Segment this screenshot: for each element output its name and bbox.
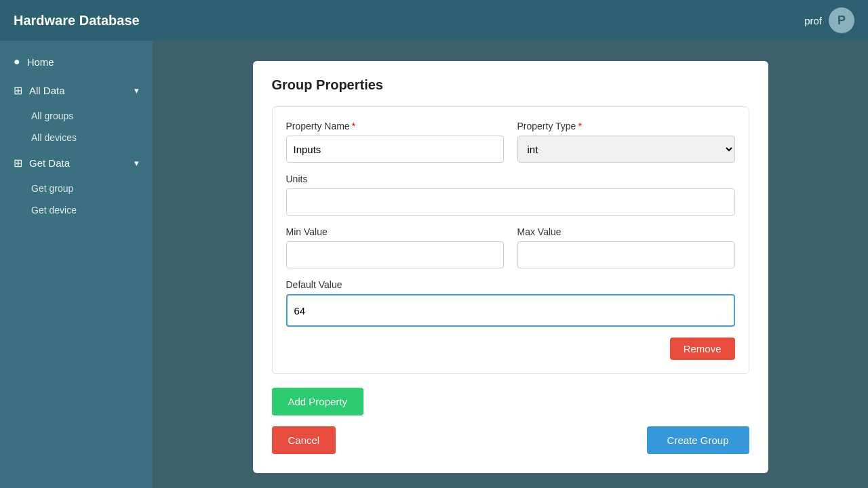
get-data-icon: ⊞	[14, 157, 22, 169]
sidebar: ● Home ⊞ All Data ▾ All groups All devic…	[0, 41, 153, 488]
min-value-input[interactable]	[286, 241, 504, 268]
units-label: Units	[286, 174, 735, 184]
max-value-input[interactable]	[517, 241, 735, 268]
get-group-label: Get group	[31, 183, 73, 194]
max-value-label: Max Value	[517, 226, 735, 237]
get-data-arrow: ▾	[134, 158, 139, 168]
remove-button[interactable]: Remove	[670, 338, 735, 360]
sidebar-item-home[interactable]: ● Home	[0, 47, 153, 76]
property-name-type-row: Property Name* Property Type* int float …	[286, 121, 735, 163]
modal-bottom-actions: Cancel Create Group	[272, 426, 749, 454]
default-value-label: Default Value	[286, 279, 735, 290]
sidebar-item-get-data[interactable]: ⊞ Get Data ▾	[0, 148, 153, 178]
username-label: prof	[804, 15, 822, 26]
avatar[interactable]: P	[829, 7, 854, 33]
app-title: Hardware Database	[14, 13, 140, 28]
header: Hardware Database prof P	[0, 0, 868, 41]
sidebar-item-all-devices[interactable]: All devices	[0, 127, 153, 148]
all-data-arrow: ▾	[134, 85, 139, 96]
modal-overlay: Group Properties Property Name* Property…	[153, 41, 868, 488]
add-property-section: Add Property	[272, 388, 749, 415]
property-type-group: Property Type* int float string bool	[517, 121, 735, 163]
property-name-input[interactable]	[286, 136, 504, 163]
modal: Group Properties Property Name* Property…	[253, 61, 768, 473]
property-type-select[interactable]: int float string bool	[517, 136, 735, 163]
property-type-required: *	[578, 121, 581, 131]
min-value-group: Min Value	[286, 226, 504, 268]
sidebar-item-all-groups[interactable]: All groups	[0, 105, 153, 127]
create-group-button[interactable]: Create Group	[647, 426, 749, 454]
property-card: Property Name* Property Type* int float …	[272, 106, 749, 374]
sidebar-item-get-data-label: Get Data	[29, 157, 70, 169]
user-info: prof P	[804, 7, 854, 33]
units-row: Units	[286, 174, 735, 216]
home-icon: ●	[14, 56, 20, 68]
property-name-required: *	[352, 121, 355, 131]
min-value-label: Min Value	[286, 226, 504, 237]
all-groups-label: All groups	[31, 110, 73, 121]
sidebar-item-home-label: Home	[27, 56, 54, 68]
sidebar-item-get-device[interactable]: Get device	[0, 199, 153, 221]
property-name-group: Property Name*	[286, 121, 504, 163]
units-group: Units	[286, 174, 735, 216]
get-device-label: Get device	[31, 205, 77, 216]
sidebar-item-all-data[interactable]: ⊞ All Data ▾	[0, 76, 153, 105]
cancel-button[interactable]: Cancel	[272, 426, 336, 454]
min-max-row: Min Value Max Value	[286, 226, 735, 268]
default-value-row: Default Value	[286, 279, 735, 327]
all-data-icon: ⊞	[14, 84, 22, 97]
add-property-button[interactable]: Add Property	[272, 388, 364, 415]
avatar-letter: P	[837, 14, 846, 28]
property-name-label: Property Name*	[286, 121, 504, 131]
sidebar-item-get-group[interactable]: Get group	[0, 178, 153, 199]
property-type-label: Property Type*	[517, 121, 735, 131]
modal-title: Group Properties	[272, 77, 749, 93]
all-devices-label: All devices	[31, 132, 77, 143]
sidebar-item-all-data-label: All Data	[29, 85, 65, 96]
max-value-group: Max Value	[517, 226, 735, 268]
default-value-group: Default Value	[286, 279, 735, 327]
default-value-input[interactable]	[286, 294, 735, 327]
units-input[interactable]	[286, 188, 735, 216]
remove-row: Remove	[286, 338, 735, 360]
